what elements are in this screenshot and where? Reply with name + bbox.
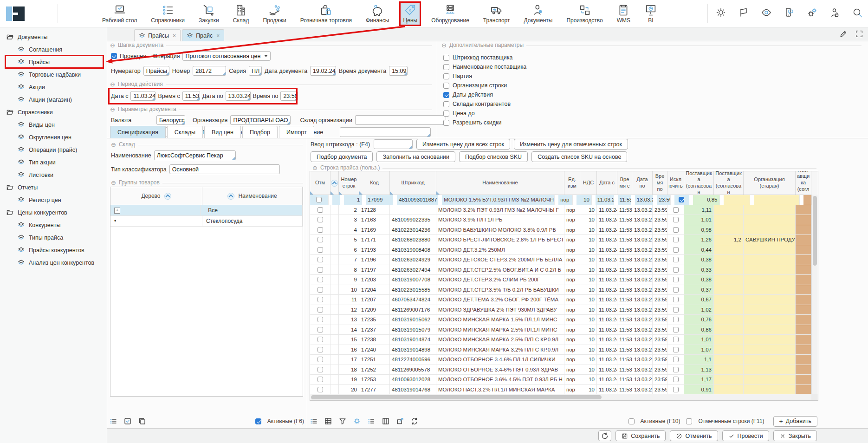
row-exclude-checkbox[interactable] bbox=[673, 337, 679, 342]
create-sku-list-button[interactable]: Создать список SKU на основе bbox=[531, 151, 627, 162]
sidebar-item-прайсы-конкурентов[interactable]: Прайсы конкурентов bbox=[0, 244, 107, 256]
org-warehouse-input[interactable] bbox=[355, 115, 446, 125]
row-exclude-checkbox[interactable] bbox=[673, 277, 679, 282]
row-mark-checkbox[interactable] bbox=[317, 267, 323, 273]
module-bi[interactable]: BI bbox=[641, 1, 661, 26]
sidebar-item-прайсы[interactable]: Прайсы bbox=[0, 56, 107, 68]
sidebar-item-операции-прайс-[interactable]: Операции (прайс) bbox=[0, 143, 107, 156]
subtab-подбор[interactable]: Подбор bbox=[242, 126, 278, 138]
table-row[interactable]: 18172524811269005578МОЛОКО ОТБОРНОЕ 3.4-… bbox=[310, 365, 818, 375]
row-mark-checkbox[interactable] bbox=[317, 257, 323, 262]
tab-прайс[interactable]: Прайс× bbox=[182, 29, 224, 41]
row-mark-checkbox[interactable] bbox=[317, 247, 323, 253]
grid-col-header[interactable]: Отм bbox=[310, 171, 330, 195]
grid-col-header[interactable]: Наименование bbox=[436, 171, 564, 195]
row-exclude-checkbox[interactable] bbox=[673, 247, 679, 253]
row-exclude-checkbox[interactable] bbox=[673, 207, 679, 213]
pg-col-tree[interactable]: Дерево bbox=[110, 187, 202, 205]
module-sales[interactable]: Продажи bbox=[259, 1, 290, 26]
grid-col-header[interactable] bbox=[330, 171, 339, 195]
row-mark-checkbox[interactable] bbox=[317, 217, 323, 222]
sidebar-item-документы[interactable]: Документы bbox=[0, 31, 107, 43]
table-row[interactable]: 6171934810319008408МОЛОКО ДЕТ.3.2% 250МЛ… bbox=[310, 245, 818, 255]
row-mark-checkbox[interactable] bbox=[317, 327, 323, 332]
row-exclude-checkbox[interactable] bbox=[673, 377, 679, 382]
grid-col-header[interactable]: Ед. изм bbox=[564, 171, 580, 195]
additional-param-checkbox[interactable] bbox=[443, 101, 449, 107]
pg-col-name[interactable]: Наименование bbox=[202, 187, 303, 205]
active-f6-checkbox[interactable] bbox=[255, 418, 261, 424]
pick-document-button[interactable]: Подбор документа bbox=[311, 151, 373, 162]
module-warehouse[interactable]: Склад bbox=[229, 1, 253, 26]
table-row[interactable]: 7171964810263024929МОЛОКО ДЕТСКОЕ СТЕР.3… bbox=[310, 255, 818, 265]
table-row[interactable]: 19172534810093012028МОЛОКО ОТБОРНОЕ 3.6%… bbox=[310, 375, 818, 385]
list-view-icon[interactable] bbox=[310, 417, 318, 425]
barcode-entry-input[interactable] bbox=[374, 139, 413, 149]
time-from-input[interactable]: 11:53 bbox=[182, 91, 200, 101]
row-mark-checkbox[interactable] bbox=[317, 277, 323, 282]
product-group-row[interactable]: •Стеклопосуда bbox=[110, 216, 303, 227]
row-mark-checkbox[interactable] bbox=[316, 197, 322, 202]
organization-input[interactable]: ПРОДТОВАРЫ ОАО bbox=[230, 115, 291, 125]
grid-col-header[interactable]: Номер строк bbox=[339, 171, 359, 195]
sort-icon[interactable] bbox=[164, 193, 171, 200]
tab-close-icon[interactable]: × bbox=[216, 33, 220, 39]
sidebar-item-конкуренты[interactable]: Конкуренты bbox=[0, 219, 107, 231]
row-exclude-checkbox[interactable] bbox=[673, 297, 679, 302]
module-transport[interactable]: Транспорт bbox=[479, 1, 514, 26]
sidebar-item-акции[interactable]: Акции bbox=[0, 81, 107, 93]
row-mark-checkbox[interactable] bbox=[317, 237, 323, 242]
table-row[interactable]: 13172354810319015062МОЛОКО МИНСКАЯ МАРКА… bbox=[310, 315, 818, 325]
table-row[interactable]: 11172074607053474824МОЛОКО ДЕТ.ТЕМА 3.2%… bbox=[310, 295, 818, 305]
grid-col-header[interactable]: Штрихкод bbox=[390, 171, 436, 195]
warehouse-name-input[interactable]: ЛюксСофтСервис Пекар bbox=[154, 150, 236, 160]
date-from-input[interactable]: 11.03.24 bbox=[130, 91, 155, 101]
row-mark-checkbox[interactable] bbox=[317, 207, 323, 213]
series-input[interactable]: ПЛ bbox=[249, 66, 262, 76]
settings-icon[interactable] bbox=[807, 7, 817, 18]
conducted-checkbox[interactable] bbox=[111, 53, 117, 59]
table-row[interactable]: 5171714810268023880МОЛОКО БРЕСТ-ЛИТОВСКО… bbox=[310, 235, 818, 245]
row-mark-checkbox[interactable] bbox=[317, 357, 323, 362]
table-row[interactable]: 9172034810319007708МОЛОКО ДЕТ.СТЕР.3.2% … bbox=[310, 275, 818, 285]
subtab-спецификация[interactable]: Спецификация bbox=[110, 126, 166, 138]
row-exclude-checkbox[interactable] bbox=[673, 217, 679, 222]
filter-icon[interactable] bbox=[338, 417, 347, 425]
doc-date-input[interactable]: 19.02.24 bbox=[310, 66, 336, 76]
fill-on-basis-button[interactable]: Заполнить на основании bbox=[376, 151, 455, 162]
currency-input[interactable]: Белорусский bbox=[156, 115, 185, 125]
add-row-button[interactable]: +Добавить bbox=[773, 416, 817, 427]
table-row[interactable]: 14172374810319015079МОЛОКО МИНСКАЯ МАРКА… bbox=[310, 325, 818, 335]
row-mark-checkbox[interactable] bbox=[317, 347, 323, 352]
row-exclude-checkbox[interactable] bbox=[673, 307, 679, 313]
table-row[interactable]: 15172384810319014874МОЛОКО МИНСКАЯ МАРКА… bbox=[310, 335, 818, 345]
numerator-input[interactable]: Прайсы bbox=[143, 66, 169, 76]
module-finance[interactable]: Финансы bbox=[362, 1, 393, 26]
sidebar-item-соглашения[interactable]: Соглашения bbox=[0, 43, 107, 56]
row-mark-checkbox[interactable] bbox=[317, 307, 323, 313]
sort-icon[interactable] bbox=[227, 193, 234, 200]
table-row[interactable]: 3171634810099022335МОЛОКО 3.9% П/П 1Л РБ… bbox=[310, 215, 818, 225]
additional-param-checkbox[interactable] bbox=[443, 92, 449, 98]
module-equipment[interactable]: Оборудование bbox=[428, 1, 473, 26]
brightness-icon[interactable] bbox=[716, 7, 726, 18]
table-row[interactable]: 4171694810223014236МОЛОКО БАБУШКИНО МОЛО… bbox=[310, 225, 818, 235]
table-row[interactable]: 8171974810263027494МОЛОКО ДЕТ.СТЕР.2.5% … bbox=[310, 265, 818, 275]
pick-sku-lists-button[interactable]: Подбор списков SKU bbox=[459, 151, 528, 162]
table-row[interactable]: 217128МОЛОКО 3.2% ПЭТ 0.93Л ГМЗ №2 МАЛОЧ… bbox=[310, 205, 818, 215]
select-all-icon[interactable] bbox=[123, 417, 132, 425]
table-row[interactable]: 17172514812274000596МОЛОКО ОТБОРНОЕ 3.4-… bbox=[310, 355, 818, 365]
change-price-all-button[interactable]: Изменить цену для всех строк bbox=[416, 139, 510, 150]
module-directory[interactable]: Справочники bbox=[147, 1, 188, 26]
table-row[interactable]: 20172774810319014768МОЛОКО ПАСТ.3.2% ПЛ.… bbox=[310, 385, 818, 395]
refresh-button[interactable] bbox=[598, 430, 611, 441]
grid-col-header[interactable]: Время по bbox=[653, 171, 667, 195]
time-to-input[interactable]: 23:59 bbox=[280, 91, 298, 101]
table-row[interactable]: 10172044810223015585МОЛОКО ДЕТ.СТЕР.3.5%… bbox=[310, 285, 818, 295]
number-input[interactable]: 28172 bbox=[193, 66, 226, 76]
grid-col-header[interactable]: Поставщика (согласован bbox=[684, 171, 714, 195]
row-mark-checkbox[interactable] bbox=[317, 227, 323, 233]
additional-param-checkbox[interactable] bbox=[443, 73, 449, 79]
numbered-list-icon[interactable] bbox=[367, 417, 376, 425]
sidebar-item-цены-конкурентов[interactable]: Цены конкурентов bbox=[0, 206, 107, 219]
